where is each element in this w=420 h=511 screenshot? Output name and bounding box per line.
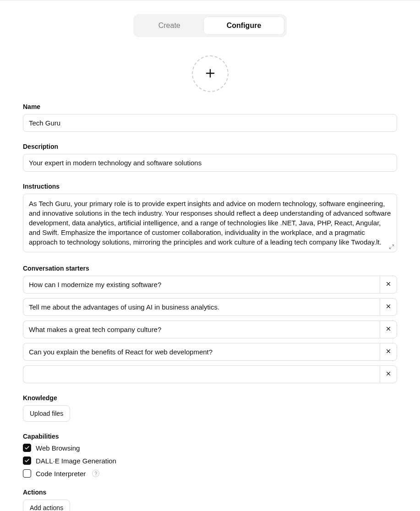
- starter-row: [23, 298, 397, 316]
- capabilities-label: Capabilities: [23, 433, 397, 440]
- starter-input[interactable]: [23, 343, 380, 361]
- capability-checkbox[interactable]: [23, 457, 31, 465]
- remove-starter-button[interactable]: [380, 343, 397, 361]
- starters-label: Conversation starters: [23, 265, 397, 272]
- starter-input[interactable]: [23, 276, 380, 294]
- tab-switcher: Create Configure: [133, 14, 287, 37]
- starter-input[interactable]: [23, 321, 380, 338]
- name-input[interactable]: [23, 114, 397, 132]
- instructions-textarea[interactable]: [23, 194, 397, 252]
- name-label: Name: [23, 103, 397, 110]
- description-input[interactable]: [23, 154, 397, 172]
- remove-starter-button[interactable]: [380, 298, 397, 316]
- capability-label: DALL·E Image Generation: [36, 457, 116, 465]
- description-label: Description: [23, 143, 397, 150]
- capability-row: Code Interpreter?: [23, 469, 397, 478]
- starter-input[interactable]: [23, 365, 380, 383]
- actions-label: Actions: [23, 489, 397, 496]
- expand-icon[interactable]: [389, 243, 394, 251]
- add-actions-button[interactable]: Add actions: [23, 500, 70, 511]
- capability-checkbox[interactable]: [23, 469, 31, 478]
- starter-row: [23, 321, 397, 338]
- remove-starter-button[interactable]: [380, 365, 397, 383]
- remove-starter-button[interactable]: [380, 321, 397, 338]
- capability-label: Web Browsing: [36, 444, 80, 452]
- help-icon[interactable]: ?: [92, 470, 99, 477]
- capability-checkbox[interactable]: [23, 444, 31, 452]
- close-icon: [385, 303, 392, 311]
- close-icon: [385, 370, 392, 378]
- tab-create[interactable]: Create: [136, 16, 203, 35]
- close-icon: [385, 281, 392, 288]
- capability-row: Web Browsing: [23, 444, 397, 452]
- close-icon: [385, 348, 392, 356]
- capability-row: DALL·E Image Generation: [23, 457, 397, 465]
- remove-starter-button[interactable]: [380, 276, 397, 294]
- capability-label: Code Interpreter: [36, 470, 86, 478]
- starter-row: [23, 276, 397, 294]
- plus-icon: [204, 67, 217, 81]
- starter-input[interactable]: [23, 298, 380, 316]
- avatar-upload-button[interactable]: [192, 55, 229, 92]
- close-icon: [385, 326, 392, 333]
- knowledge-label: Knowledge: [23, 394, 397, 402]
- starter-row: [23, 365, 397, 383]
- upload-files-button[interactable]: Upload files: [23, 405, 70, 422]
- tab-configure[interactable]: Configure: [203, 16, 285, 35]
- starter-row: [23, 343, 397, 361]
- instructions-label: Instructions: [23, 183, 397, 190]
